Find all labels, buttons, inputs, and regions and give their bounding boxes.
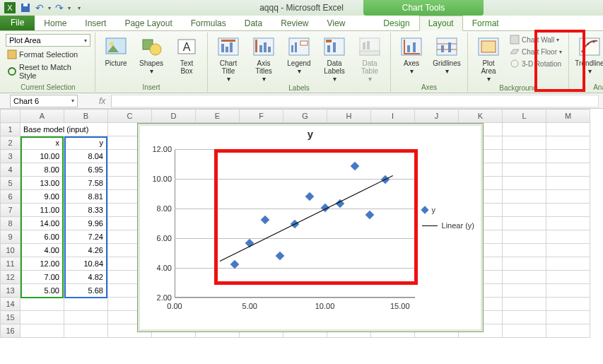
cell[interactable]: 14.00: [21, 217, 64, 230]
row-header[interactable]: 15: [1, 311, 21, 324]
row-header[interactable]: 7: [1, 204, 21, 217]
cell[interactable]: [503, 257, 546, 271]
tab-view[interactable]: View: [318, 16, 355, 30]
row-header[interactable]: 13: [1, 284, 21, 298]
row-header[interactable]: 12: [1, 271, 21, 284]
cell[interactable]: 10.84: [64, 257, 108, 271]
data-point[interactable]: [351, 162, 360, 171]
customize-qat-icon[interactable]: ▾: [78, 5, 81, 11]
cell[interactable]: [503, 177, 546, 190]
cell[interactable]: [64, 324, 108, 338]
chevron-down-icon[interactable]: ▾: [71, 98, 74, 104]
column-headers[interactable]: ABC DEF GHI JKLM: [1, 110, 590, 123]
cell[interactable]: 10.00: [21, 150, 64, 163]
cell[interactable]: 6.95: [64, 163, 108, 177]
cell[interactable]: 6.00: [21, 230, 64, 244]
cell[interactable]: 7.00: [21, 271, 64, 284]
legend-button[interactable]: Legend▾: [283, 34, 315, 76]
row-header[interactable]: 2: [1, 136, 21, 150]
tab-formulas[interactable]: Formulas: [182, 16, 235, 30]
row-header[interactable]: 1: [1, 123, 21, 136]
cell[interactable]: [546, 298, 590, 311]
save-icon[interactable]: [20, 2, 31, 13]
cell[interactable]: [503, 311, 546, 324]
cell[interactable]: 5.68: [64, 284, 108, 298]
row-header[interactable]: 9: [1, 230, 21, 244]
textbox-button[interactable]: A Text Box: [170, 34, 203, 76]
tab-insert[interactable]: Insert: [76, 16, 115, 30]
axis-titles-button[interactable]: Axis Titles▾: [247, 34, 280, 84]
cell[interactable]: 13.00: [21, 177, 64, 190]
chart-title-button[interactable]: Chart Title▾: [212, 34, 245, 84]
chart-object[interactable]: y 2.004.006.008.0010.0012.000.005.0010.0…: [137, 123, 484, 332]
row-header[interactable]: 14: [1, 298, 21, 311]
worksheet-grid[interactable]: ABC DEF GHI JKLM 1Base model (input)2xy3…: [0, 109, 603, 364]
cell[interactable]: [21, 298, 64, 311]
data-point[interactable]: [305, 192, 315, 201]
row-header[interactable]: 8: [1, 217, 21, 230]
cell[interactable]: [21, 311, 64, 324]
trendline-button[interactable]: Trendline▾: [573, 34, 603, 76]
tab-file[interactable]: File: [0, 14, 35, 30]
cell[interactable]: [503, 136, 546, 150]
plot-area[interactable]: 2.004.006.008.0010.0012.000.005.0010.001…: [175, 149, 415, 298]
data-point[interactable]: [260, 216, 269, 225]
cell[interactable]: 7.58: [64, 177, 108, 190]
cell[interactable]: [503, 150, 546, 163]
cell[interactable]: [503, 123, 546, 136]
row-header[interactable]: 4: [1, 163, 21, 177]
data-labels-button[interactable]: Data Labels▾: [318, 34, 351, 84]
gridlines-button[interactable]: Gridlines▾: [431, 34, 463, 76]
cell[interactable]: [546, 204, 590, 217]
shapes-button[interactable]: Shapes▾: [135, 34, 168, 76]
name-box[interactable]: Chart 6 ▾: [10, 95, 78, 107]
cell[interactable]: [546, 244, 590, 257]
tab-review[interactable]: Review: [271, 16, 317, 30]
cell[interactable]: [503, 163, 546, 177]
format-selection-button[interactable]: Format Selection: [6, 49, 79, 60]
row-header[interactable]: 6: [1, 190, 21, 204]
cell[interactable]: [503, 217, 546, 230]
cell[interactable]: [503, 271, 546, 284]
cell[interactable]: [503, 324, 546, 338]
cell[interactable]: Base model (input): [21, 123, 108, 136]
cell[interactable]: [546, 136, 590, 150]
cell[interactable]: [503, 298, 546, 311]
cell[interactable]: 8.81: [64, 190, 108, 204]
chart-legend[interactable]: y Linear (y): [422, 206, 474, 237]
reset-style-button[interactable]: Reset to Match Style: [6, 62, 90, 81]
cell[interactable]: [546, 311, 590, 324]
cell[interactable]: 7.24: [64, 230, 108, 244]
undo-icon[interactable]: ↶: [35, 2, 44, 13]
legend-entry-y[interactable]: y: [422, 206, 474, 214]
cell[interactable]: [546, 324, 590, 338]
data-point[interactable]: [365, 210, 375, 219]
cell[interactable]: [503, 244, 546, 257]
data-point[interactable]: [230, 259, 240, 269]
tab-format[interactable]: Format: [463, 16, 508, 30]
tab-design[interactable]: Design: [374, 16, 418, 30]
cell[interactable]: 8.33: [64, 204, 108, 217]
cell[interactable]: 12.00: [21, 257, 64, 271]
y-axis[interactable]: [175, 149, 175, 298]
cell[interactable]: [546, 123, 590, 136]
cell[interactable]: [503, 230, 546, 244]
cell[interactable]: [546, 217, 590, 230]
row-header[interactable]: 10: [1, 244, 21, 257]
cell[interactable]: [546, 257, 590, 271]
cell[interactable]: 4.82: [64, 271, 108, 284]
picture-button[interactable]: Picture: [100, 34, 132, 69]
tab-layout[interactable]: Layout: [419, 16, 463, 31]
chevron-down-icon[interactable]: ▾: [68, 5, 71, 11]
cell[interactable]: [546, 230, 590, 244]
cell[interactable]: y: [64, 136, 108, 150]
cell[interactable]: 9.96: [64, 217, 108, 230]
data-point[interactable]: [275, 251, 284, 260]
cell[interactable]: [21, 324, 64, 338]
chevron-down-icon[interactable]: ▾: [84, 37, 87, 44]
chart-element-selector[interactable]: Plot Area ▾: [6, 34, 90, 47]
cell[interactable]: [546, 284, 590, 298]
row-header[interactable]: 11: [1, 257, 21, 271]
chart-title[interactable]: y: [138, 124, 483, 140]
cell[interactable]: [503, 190, 546, 204]
